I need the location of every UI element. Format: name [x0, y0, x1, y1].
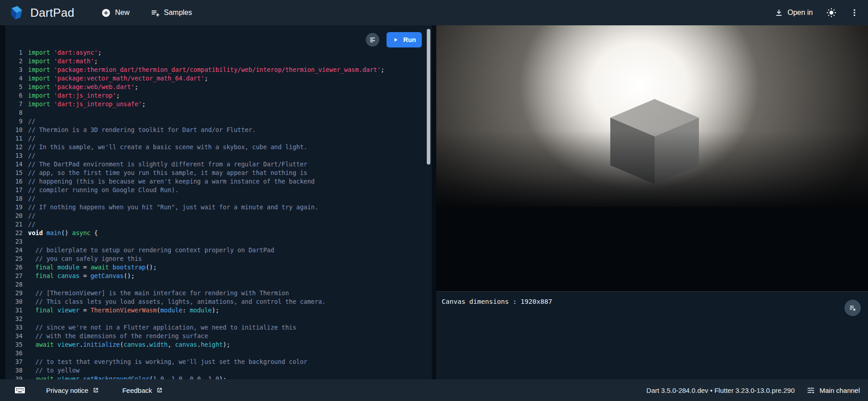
dartpad-logo-icon	[9, 5, 24, 21]
feedback-link[interactable]: Feedback	[122, 387, 163, 394]
keyboard-shortcuts-button[interactable]	[14, 386, 25, 395]
header: DartPad New Samples Open in	[0, 0, 868, 25]
code-line[interactable]: 21//	[11, 220, 432, 229]
code-text: // since we're not in a Flutter applicat…	[23, 323, 296, 332]
code-text: // If nothing happens when you hit "Run"…	[23, 203, 318, 212]
privacy-notice-label: Privacy notice	[46, 387, 88, 394]
line-number: 17	[11, 186, 23, 194]
line-number: 28	[11, 280, 23, 289]
code-line[interactable]: 35 await viewer.initialize(canvas.width,…	[11, 340, 432, 349]
code-line[interactable]: 3import 'package:thermion_dart/thermion_…	[11, 66, 432, 74]
line-number: 36	[11, 349, 23, 358]
code-line[interactable]: 5import 'package:web/web.dart';	[11, 83, 432, 91]
code-text: // you can safely ignore this	[23, 255, 142, 263]
cube-right-face	[610, 99, 699, 184]
line-number: 8	[11, 109, 23, 117]
code-text: import 'dart:js_interop_unsafe';	[23, 100, 146, 109]
code-line[interactable]: 27 final canvas = getCanvas();	[11, 272, 432, 280]
tune-icon	[807, 386, 815, 395]
code-line[interactable]: 37 // to test that everything is working…	[11, 358, 432, 366]
clear-console-button[interactable]	[844, 300, 861, 316]
brightness-icon	[826, 8, 836, 18]
code-line[interactable]: 11//	[11, 134, 432, 143]
code-line[interactable]: 10// Thermion is a 3D rendering toolkit …	[11, 126, 432, 134]
code-line[interactable]: 30 // This class lets you load assets, l…	[11, 297, 432, 306]
code-line[interactable]: 23	[11, 237, 432, 246]
code-line[interactable]: 2import 'dart:math';	[11, 57, 432, 66]
code-line[interactable]: 39 await viewer.setBackgroundColor(1.0, …	[11, 375, 432, 379]
code-text: import 'package:thermion_dart/thermion_d…	[23, 66, 384, 74]
code-line[interactable]: 7import 'dart:js_interop_unsafe';	[11, 100, 432, 109]
code-text: import 'dart:math';	[23, 57, 98, 66]
code-line[interactable]: 26 final module = await bootstrap();	[11, 263, 432, 272]
code-line[interactable]: 19// If nothing happens when you hit "Ru…	[11, 203, 432, 212]
code-line[interactable]: 15// app, so the first time you run this…	[11, 169, 432, 177]
code-line[interactable]: 34 // with the dimensions of the renderi…	[11, 332, 432, 340]
clear-console-icon	[849, 304, 857, 312]
code-line[interactable]: 1import 'dart:async';	[11, 48, 432, 57]
line-number: 7	[11, 100, 23, 109]
code-line[interactable]: 33 // since we're not in a Flutter appli…	[11, 323, 432, 332]
run-button[interactable]: Run	[387, 32, 422, 47]
code-line[interactable]: 32	[11, 315, 432, 323]
code-text	[23, 349, 28, 358]
privacy-notice-link[interactable]: Privacy notice	[46, 387, 99, 394]
line-number: 19	[11, 203, 23, 212]
format-button[interactable]	[366, 33, 379, 47]
code-text: final canvas = getCanvas();	[23, 272, 135, 280]
rendered-scene	[436, 25, 868, 207]
code-line[interactable]: 24 // boilerplate to setup our rendering…	[11, 246, 432, 255]
code-line[interactable]: 29 // [ThermionViewer] is the main inter…	[11, 289, 432, 297]
code-line[interactable]: 28	[11, 280, 432, 289]
line-number: 15	[11, 169, 23, 177]
code-line[interactable]: 17// compiler running on Google Cloud Ru…	[11, 186, 432, 194]
code-text: // The DartPad environment is slightly d…	[23, 160, 307, 169]
overflow-menu-button[interactable]	[850, 8, 859, 17]
line-number: 6	[11, 91, 23, 100]
editor-panel: 1import 'dart:async';2import 'dart:math'…	[5, 25, 432, 379]
code-line[interactable]: 8	[11, 109, 432, 117]
line-number: 11	[11, 134, 23, 143]
download-icon	[774, 8, 783, 17]
line-number: 10	[11, 126, 23, 134]
code-line[interactable]: 36	[11, 349, 432, 358]
new-button[interactable]: New	[101, 8, 129, 18]
line-number: 30	[11, 297, 23, 306]
code-line[interactable]: 38 // to yellow	[11, 366, 432, 375]
header-actions: Open in	[774, 8, 859, 18]
code-text: // with the dimensions of the rendering …	[23, 332, 208, 340]
code-line[interactable]: 31 final viewer = ThermionViewerWasm(mod…	[11, 306, 432, 315]
code-text: // app, so the first time you run this s…	[23, 169, 307, 177]
code-line[interactable]: 14// The DartPad environment is slightly…	[11, 160, 432, 169]
code-line[interactable]: 16// happening (this is because we aren'…	[11, 177, 432, 186]
cube-top-face	[610, 99, 699, 184]
app-title: DartPad	[30, 6, 74, 20]
code-line[interactable]: 13//	[11, 151, 432, 160]
code-line[interactable]: 20//	[11, 212, 432, 220]
samples-button[interactable]: Samples	[151, 8, 192, 18]
code-text	[23, 237, 28, 246]
channel-selector[interactable]: Main channel	[807, 386, 860, 395]
code-text: //	[23, 212, 35, 220]
code-text: void main() async {	[23, 229, 98, 237]
open-in-button[interactable]: Open in	[774, 8, 813, 17]
code-line[interactable]: 22void main() async {	[11, 229, 432, 237]
render-canvas[interactable]	[436, 25, 868, 291]
line-number: 16	[11, 177, 23, 186]
theme-toggle-button[interactable]	[826, 8, 836, 18]
code-editor[interactable]: 1import 'dart:async';2import 'dart:math'…	[5, 25, 432, 379]
code-line[interactable]: 18//	[11, 194, 432, 203]
new-button-label: New	[115, 9, 129, 17]
code-text: import 'package:vector_math/vector_math_…	[23, 74, 208, 83]
code-line[interactable]: 9//	[11, 117, 432, 126]
line-number: 37	[11, 358, 23, 366]
code-line[interactable]: 4import 'package:vector_math/vector_math…	[11, 74, 432, 83]
playlist-add-icon	[151, 8, 160, 18]
line-number: 9	[11, 117, 23, 126]
code-line[interactable]: 25 // you can safely ignore this	[11, 255, 432, 263]
editor-scrollbar[interactable]	[427, 29, 430, 165]
code-line[interactable]: 6import 'dart:js_interop';	[11, 91, 432, 100]
code-line[interactable]: 12// In this sample, we'll create a basi…	[11, 143, 432, 151]
code-text: await viewer.initialize(canvas.width, ca…	[23, 340, 230, 349]
code-text: import 'package:web/web.dart';	[23, 83, 138, 91]
